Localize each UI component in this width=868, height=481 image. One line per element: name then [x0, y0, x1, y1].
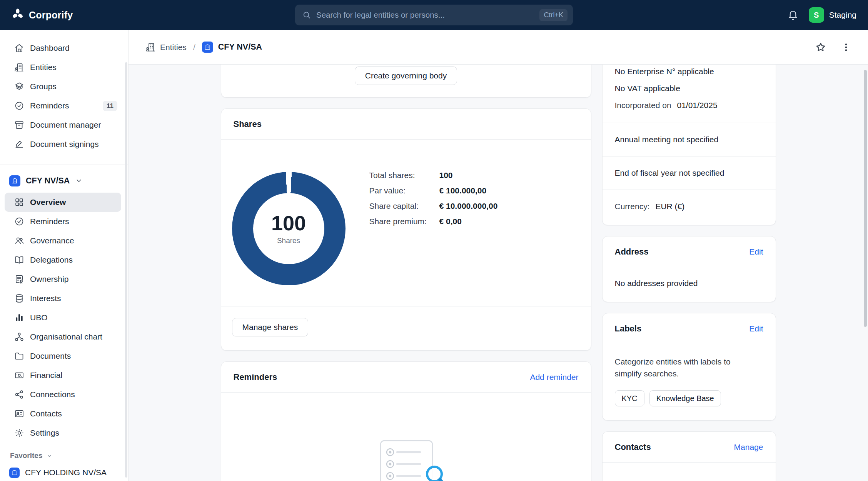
create-governing-body-button[interactable]: Create governing body: [355, 67, 457, 85]
shares-card-body: 100 Shares Total shares: 100: [221, 140, 591, 306]
sidebar-item-contacts[interactable]: Contacts: [5, 404, 121, 423]
reminders-card-title: Reminders: [234, 372, 277, 382]
stack-icon: [14, 293, 24, 303]
sidebar-item-ubo[interactable]: UBO: [5, 308, 121, 327]
sidebar-item-document-signings[interactable]: Document signings: [5, 135, 121, 154]
sidebar-item-connections[interactable]: Connections: [5, 385, 121, 404]
share-icon: [14, 389, 24, 399]
sidebar-scrollbar[interactable]: [125, 62, 127, 478]
entity-icon: [202, 42, 213, 53]
stat-row-total-shares: Total shares: 100: [369, 170, 498, 181]
entity-switcher[interactable]: CFY NV/SA: [0, 169, 128, 193]
breadcrumb-entities-link[interactable]: Entities: [145, 42, 187, 52]
manage-contacts-link[interactable]: Manage: [734, 443, 763, 452]
entity-icon: [9, 468, 20, 478]
topbar-right: S Staging: [787, 7, 856, 23]
sidebar-item-dashboard[interactable]: Dashboard: [5, 38, 121, 58]
contacts-card-header: Contacts Manage: [603, 432, 776, 463]
manage-shares-button[interactable]: Manage shares: [232, 318, 309, 336]
edit-labels-link[interactable]: Edit: [749, 324, 763, 333]
sidebar-item-groups[interactable]: Groups: [5, 77, 121, 96]
breadcrumb-separator: /: [193, 43, 195, 52]
entity-info-top: No Enterprise N° applicable No VAT appli…: [603, 65, 776, 123]
reminders-card-header: Reminders Add reminder: [221, 362, 591, 393]
sidebar-item-label: Reminders: [30, 101, 69, 110]
gear-icon: [14, 428, 24, 438]
breadcrumb-current: CFY NV/SA: [202, 42, 262, 53]
sidebar-item-settings[interactable]: Settings: [5, 423, 121, 443]
sidebar-item-label: Governance: [30, 236, 74, 245]
sidebar-item-entity-reminders[interactable]: Reminders: [5, 212, 121, 231]
labels-card-title: Labels: [615, 324, 642, 334]
favorites-section-toggle[interactable]: Favorites: [0, 448, 128, 463]
address-empty-state: No addresses provided: [603, 267, 776, 302]
shares-card-footer: Manage shares: [221, 306, 591, 350]
sidebar-item-label: Document manager: [30, 120, 101, 130]
labels-description: Categorize entities with labels to simpl…: [615, 356, 757, 379]
page-actions: [815, 42, 851, 53]
topbar: Corporify Ctrl+K S Staging: [0, 0, 868, 30]
layers-icon: [14, 82, 24, 92]
sidebar-item-label: Overview: [30, 198, 66, 207]
brand[interactable]: Corporify: [12, 8, 73, 22]
edit-address-link[interactable]: Edit: [749, 247, 763, 256]
sidebar-main-nav: Dashboard Entities Groups Reminders 11: [0, 38, 128, 154]
sidebar-item-governance[interactable]: Governance: [5, 231, 121, 250]
search-shortcut-hint: Ctrl+K: [539, 9, 568, 21]
notifications-bell-icon[interactable]: [787, 9, 799, 21]
signature-icon: [14, 139, 24, 149]
entities-icon: [14, 62, 24, 72]
search-input[interactable]: [316, 10, 534, 20]
contacts-card-body: [603, 463, 776, 481]
sidebar-item-label: Organisational chart: [30, 332, 102, 341]
sidebar-item-financial[interactable]: Financial: [5, 366, 121, 385]
sidebar-item-document-manager[interactable]: Document manager: [5, 115, 121, 135]
hierarchy-icon: [14, 332, 24, 342]
favorite-star-icon[interactable]: [815, 42, 826, 53]
sidebar-item-entities[interactable]: Entities: [5, 58, 121, 77]
vat-status: No VAT applicable: [615, 83, 763, 94]
breadcrumb-current-label: CFY NV/SA: [218, 42, 262, 52]
avatar[interactable]: S: [809, 7, 824, 23]
reminders-card: Reminders Add reminder: [221, 361, 591, 481]
contacts-card-title: Contacts: [615, 442, 651, 452]
sidebar-item-reminders[interactable]: Reminders 11: [5, 96, 121, 115]
address-card: Address Edit No addresses provided: [602, 236, 776, 302]
currency-row: Currency: EUR (€): [603, 190, 776, 225]
sidebar-item-label: Interests: [30, 294, 61, 303]
corporify-logo-icon: [12, 8, 24, 22]
user-menu[interactable]: S Staging: [809, 7, 856, 23]
window-scrollbar[interactable]: [864, 70, 867, 327]
labels-card-header: Labels Edit: [603, 313, 776, 344]
more-options-icon[interactable]: [841, 42, 851, 52]
users-icon: [14, 236, 24, 246]
sidebar-item-ownership[interactable]: Ownership: [5, 270, 121, 289]
breadcrumb-root-label: Entities: [160, 43, 187, 52]
favorite-entity-cfy-holding[interactable]: CFY HOLDING NV/SA: [0, 463, 128, 481]
donut-total-value: 100: [271, 212, 306, 234]
sidebar-item-delegations[interactable]: Delegations: [5, 250, 121, 270]
governing-body-card: Create governing body: [221, 65, 591, 98]
shares-stats: Total shares: 100 Par value: € 100.000,0…: [369, 170, 498, 285]
sidebar-item-documents[interactable]: Documents: [5, 346, 121, 366]
details-column: No Enterprise N° applicable No VAT appli…: [602, 65, 776, 481]
sidebar-item-label: Financial: [30, 371, 62, 380]
label-tags: KYC Knowledge Base: [615, 390, 763, 406]
sidebar-entity-nav: Overview Reminders Governance Delegation…: [0, 193, 128, 443]
shares-card: Shares 100 Shares: [221, 108, 591, 351]
breadcrumb: Entities / CFY NV/SA: [129, 30, 868, 65]
chevron-down-icon: [75, 177, 83, 185]
sidebar-item-overview[interactable]: Overview: [5, 193, 121, 212]
grid-icon: [14, 197, 24, 207]
home-icon: [14, 43, 24, 53]
contacts-card: Contacts Manage: [602, 431, 776, 481]
id-card-icon: [14, 409, 24, 419]
entities-icon: [145, 42, 156, 52]
global-search[interactable]: Ctrl+K: [295, 5, 573, 25]
sidebar-item-interests[interactable]: Interests: [5, 289, 121, 308]
sidebar-item-organisational-chart[interactable]: Organisational chart: [5, 327, 121, 346]
shell: Dashboard Entities Groups Reminders 11: [0, 30, 868, 481]
check-circle-icon: [14, 101, 24, 111]
add-reminder-link[interactable]: Add reminder: [530, 373, 578, 382]
shares-card-title: Shares: [234, 119, 262, 129]
